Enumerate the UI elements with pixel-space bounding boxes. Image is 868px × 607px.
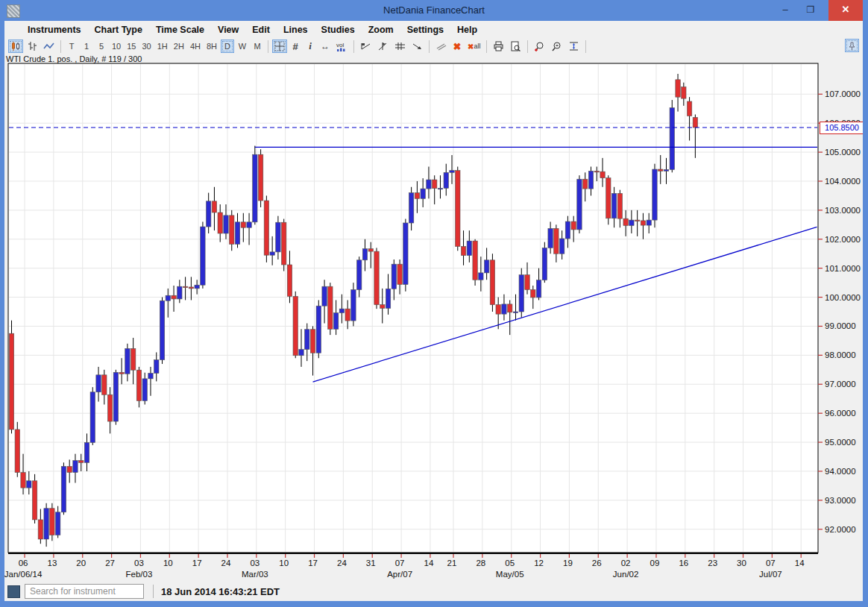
- menu-item-lines[interactable]: Lines: [277, 23, 315, 37]
- minimize-button[interactable]: –: [774, 0, 796, 21]
- fit-vertical-button[interactable]: [566, 40, 582, 53]
- trend-line-button[interactable]: [358, 40, 374, 53]
- menu-item-zoom[interactable]: Zoom: [362, 23, 400, 37]
- toolbar-separator: [268, 40, 268, 53]
- ohlc-bars-button[interactable]: [25, 40, 40, 53]
- menu-item-studies[interactable]: Studies: [315, 23, 362, 37]
- time-scale-button-2h[interactable]: 2H: [172, 40, 186, 53]
- menu-item-time-scale[interactable]: Time Scale: [149, 23, 211, 37]
- price-chart-plot[interactable]: 92.000093.000094.000095.000096.000097.00…: [0, 0, 868, 607]
- svg-text:05: 05: [505, 559, 515, 567]
- time-scale-button-d[interactable]: D: [221, 40, 234, 53]
- svg-text:94.0000: 94.0000: [825, 467, 856, 476]
- info-button[interactable]: i: [304, 40, 317, 53]
- print-button[interactable]: [491, 40, 506, 53]
- line-chart-button[interactable]: [41, 40, 57, 53]
- timestamp: 18 Jun 2014 16:43:21 EDT: [161, 586, 280, 597]
- zoom-in-button[interactable]: [532, 40, 547, 53]
- menu-item-instruments[interactable]: Instruments: [21, 23, 88, 37]
- svg-text:Jun/02: Jun/02: [613, 570, 639, 579]
- parallel-channel-button[interactable]: [392, 40, 408, 53]
- menu-item-chart-type[interactable]: Chart Type: [88, 23, 149, 37]
- delete-all-label: all: [474, 43, 480, 50]
- svg-text:93.0000: 93.0000: [825, 496, 856, 505]
- arrow-line-button[interactable]: [409, 40, 425, 53]
- time-scale-button-10[interactable]: 10: [110, 40, 123, 53]
- svg-text:31: 31: [366, 559, 376, 567]
- svg-text:12: 12: [534, 559, 544, 567]
- trend-line-angle-button[interactable]: [375, 40, 391, 53]
- time-scale-button-4h[interactable]: 4H: [188, 40, 203, 53]
- menu-item-view[interactable]: View: [211, 23, 245, 37]
- line-chart-icon: [43, 41, 54, 51]
- svg-text:19: 19: [563, 559, 573, 567]
- menu-item-help[interactable]: Help: [450, 23, 484, 37]
- time-scale-button-t[interactable]: T: [65, 40, 78, 53]
- svg-text:101.0000: 101.0000: [825, 264, 861, 273]
- svg-text:Apr/07: Apr/07: [387, 570, 412, 579]
- svg-text:13: 13: [47, 559, 57, 567]
- toolbar-separator: [585, 40, 586, 53]
- parallel-channel-icon: [394, 41, 406, 51]
- candlestick-chart-button[interactable]: [8, 40, 23, 53]
- svg-text:17: 17: [308, 559, 318, 567]
- print-icon: [493, 41, 504, 51]
- status-bar: 18 Jun 2014 16:43:21 EDT: [4, 582, 863, 601]
- svg-text:24: 24: [337, 559, 347, 567]
- search-input[interactable]: [28, 586, 147, 597]
- svg-text:27: 27: [105, 559, 115, 567]
- parallel-lines-icon: [435, 41, 447, 51]
- volume-button[interactable]: vol: [333, 40, 350, 53]
- close-button[interactable]: ✕: [828, 0, 863, 21]
- svg-text:30: 30: [737, 559, 746, 567]
- parallel-lines-button[interactable]: [433, 40, 449, 53]
- svg-text:Mar/03: Mar/03: [242, 570, 268, 579]
- svg-text:vol: vol: [336, 42, 344, 48]
- time-scale-button-w[interactable]: W: [236, 40, 249, 53]
- current-price-badge: 105.8500: [820, 122, 864, 134]
- status-separator: [153, 585, 154, 598]
- instrument-search-box[interactable]: [25, 584, 144, 599]
- time-scale-button-8h[interactable]: 8H: [204, 40, 219, 53]
- time-scale-button-1h[interactable]: 1H: [155, 40, 170, 53]
- time-scale-button-m[interactable]: M: [251, 40, 264, 53]
- pin-toolbar-button[interactable]: [845, 39, 859, 52]
- window-border-bottom: [0, 601, 868, 607]
- svg-text:14: 14: [424, 559, 434, 567]
- title-bar[interactable]: NetDania FinanceChart – ❐ ✕: [0, 0, 868, 21]
- expand-horizontal-button[interactable]: ↔: [318, 40, 332, 53]
- application-window: NetDania FinanceChart – ❐ ✕ InstrumentsC…: [0, 0, 868, 607]
- svg-text:06: 06: [19, 559, 28, 567]
- svg-text:May/05: May/05: [496, 570, 524, 579]
- svg-text:28: 28: [476, 559, 485, 567]
- print-preview-button[interactable]: [508, 40, 523, 53]
- fit-vertical-icon: [568, 41, 579, 51]
- menu-item-settings[interactable]: Settings: [400, 23, 450, 37]
- toolbar: T151015301H2H4H8HDWM # i ↔ vol: [4, 38, 863, 54]
- delete-all-lines-button[interactable]: ✖all: [465, 40, 482, 53]
- svg-text:24: 24: [221, 559, 231, 567]
- menu-item-edit[interactable]: Edit: [245, 23, 277, 37]
- delete-line-button[interactable]: ✖: [450, 40, 464, 53]
- svg-text:26: 26: [592, 559, 602, 567]
- time-scale-button-1[interactable]: 1: [80, 40, 93, 53]
- time-scale-button-15[interactable]: 15: [125, 40, 138, 53]
- time-scale-group: T151015301H2H4H8HDWM: [64, 40, 265, 53]
- svg-text:09: 09: [650, 559, 660, 567]
- time-scale-button-5[interactable]: 5: [95, 40, 108, 53]
- zoom-out-button[interactable]: [549, 40, 564, 53]
- svg-text:95.0000: 95.0000: [825, 438, 856, 447]
- maximize-button[interactable]: ❐: [799, 0, 822, 21]
- zoom-out-icon: [551, 41, 562, 51]
- crosshair-button[interactable]: [272, 40, 287, 53]
- svg-text:02: 02: [621, 559, 631, 567]
- instrument-caption: WTI Crude 1. pos. , Daily, # 119 / 300: [6, 54, 142, 63]
- window-border-left: [0, 0, 4, 607]
- grid-toggle-button[interactable]: #: [289, 40, 302, 53]
- connection-status-icon: [7, 585, 20, 598]
- time-scale-button-30[interactable]: 30: [140, 40, 154, 53]
- svg-text:23: 23: [708, 559, 717, 567]
- svg-text:14: 14: [795, 559, 805, 567]
- svg-text:07: 07: [766, 559, 776, 567]
- svg-text:17: 17: [192, 559, 202, 567]
